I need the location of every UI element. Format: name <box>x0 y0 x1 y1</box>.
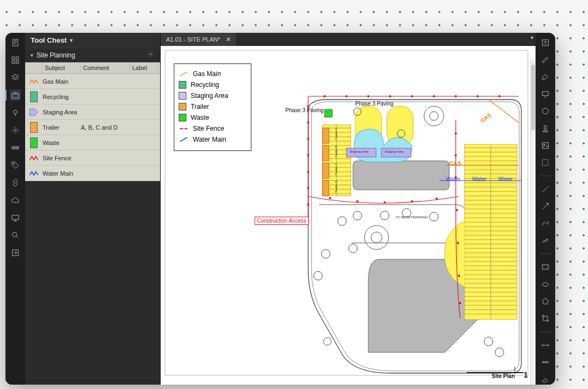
chevron-down-icon: ▾ <box>70 37 73 43</box>
pin-icon[interactable] <box>10 107 21 118</box>
col-label[interactable]: Label <box>130 62 157 73</box>
tool-swatch <box>25 154 43 162</box>
svg-rect-42 <box>322 146 329 161</box>
col-subject[interactable]: Subject <box>43 62 81 73</box>
svg-rect-43 <box>322 163 329 178</box>
legend-label: Site Fence <box>193 125 224 132</box>
pen-icon[interactable] <box>540 54 551 65</box>
svg-rect-139 <box>543 91 549 95</box>
image-icon[interactable] <box>540 140 551 150</box>
select-icon[interactable] <box>540 158 551 168</box>
briefcase-icon[interactable] <box>10 90 21 101</box>
tool-row[interactable]: TrailerA, B, C and D <box>25 120 160 135</box>
document-tab[interactable]: A1.01 - SITE PLAN* ✕ <box>161 33 237 46</box>
close-icon[interactable]: ✕ <box>226 36 231 43</box>
circle-icon[interactable] <box>540 106 551 117</box>
svg-point-109 <box>456 209 458 211</box>
panel-section-bar[interactable]: ▾ Site Planning <box>25 48 160 62</box>
tool-row[interactable]: Recycling <box>25 89 160 104</box>
legend-item: Waste <box>179 112 246 123</box>
text-box-icon[interactable] <box>540 37 551 48</box>
svg-point-146 <box>543 362 544 363</box>
panel-title-bar[interactable]: Tool Chest ▾ <box>25 33 160 48</box>
svg-point-106 <box>455 132 457 135</box>
count-icon[interactable] <box>540 357 551 367</box>
monitor-icon[interactable] <box>10 212 21 223</box>
tool-row[interactable]: Gas Main <box>25 74 160 89</box>
gear-icon[interactable] <box>147 50 155 60</box>
highlighter-icon[interactable] <box>540 72 551 82</box>
link-icon[interactable] <box>10 177 21 188</box>
legend-swatch <box>179 136 189 143</box>
export-icon[interactable] <box>10 247 21 258</box>
layers-icon[interactable] <box>10 72 21 83</box>
site-plan-canvas[interactable]: Gas MainRecyclingStaging AreaTrailerWast… <box>161 46 536 385</box>
tool-row[interactable]: Staging Area <box>25 104 160 120</box>
legend-swatch <box>179 125 189 132</box>
label-water2: Water <box>472 176 486 182</box>
scroll-thumb[interactable] <box>531 65 535 130</box>
svg-rect-4 <box>16 61 19 63</box>
dimension-icon[interactable] <box>540 340 551 350</box>
monitor-small-icon[interactable] <box>540 89 551 99</box>
tool-swatch <box>25 170 43 177</box>
svg-point-147 <box>545 362 546 363</box>
svg-point-7 <box>14 129 16 131</box>
legend-label: Recycling <box>191 81 219 89</box>
svg-line-133 <box>180 72 187 76</box>
rect-icon[interactable] <box>540 262 551 272</box>
svg-point-140 <box>543 108 549 114</box>
svg-point-105 <box>498 95 501 97</box>
eraser-icon[interactable] <box>540 374 551 385</box>
line-icon[interactable] <box>540 184 551 194</box>
cloud-icon[interactable] <box>10 195 21 206</box>
legend-item: Recycling <box>179 79 246 90</box>
arrow-icon[interactable] <box>540 201 551 211</box>
label-trailer-a: Trailer A <box>334 128 338 140</box>
tool-row[interactable]: Site Fence <box>25 150 160 166</box>
tool-row[interactable]: Water Main <box>25 166 160 181</box>
svg-point-98 <box>345 95 348 97</box>
label-road: TO BE DETERMINED <box>396 216 428 219</box>
legend-item: Staging Area <box>179 90 246 101</box>
legend-item: Trailer <box>179 101 246 112</box>
document-icon[interactable] <box>10 37 21 48</box>
crop-icon[interactable] <box>540 313 551 324</box>
panel-title: Tool Chest <box>31 36 67 44</box>
tool-subject: Staging Area <box>43 109 81 115</box>
svg-rect-0 <box>13 39 17 46</box>
ellipse-icon[interactable] <box>540 279 551 289</box>
legend-label: Water Main <box>193 136 226 143</box>
ruler-icon[interactable] <box>10 142 21 153</box>
svg-point-9 <box>13 163 14 164</box>
svg-rect-1 <box>12 57 15 60</box>
svg-point-99 <box>367 95 369 97</box>
polyline-icon[interactable] <box>540 235 551 246</box>
stamp-icon[interactable] <box>540 123 551 133</box>
polygon-icon[interactable] <box>540 296 551 306</box>
tool-subject: Water Main <box>43 170 81 177</box>
search-icon[interactable] <box>10 230 21 241</box>
svg-point-6 <box>14 110 17 114</box>
legend-swatch <box>179 114 186 121</box>
tool-swatch <box>25 108 43 117</box>
svg-rect-41 <box>322 128 329 143</box>
tab-overflow-button[interactable]: ▾ <box>531 34 533 40</box>
col-comment[interactable]: Comment <box>81 62 130 73</box>
tab-title: A1.01 - SITE PLAN* <box>166 36 220 43</box>
gear-icon[interactable] <box>10 125 21 136</box>
legend-swatch <box>179 92 186 100</box>
tool-row[interactable]: Waste <box>25 135 160 150</box>
grid-icon[interactable] <box>10 55 21 66</box>
legend-label: Waste <box>191 114 209 121</box>
vertical-scrollbar[interactable] <box>530 59 536 385</box>
legend-label: Staging Area <box>191 92 228 100</box>
svg-point-104 <box>477 95 479 97</box>
svg-point-95 <box>307 204 309 206</box>
tag-icon[interactable] <box>10 160 21 171</box>
label-construction-access: Construction Access <box>255 217 309 225</box>
svg-point-101 <box>411 95 413 97</box>
label-trailer-b: Trailer B <box>334 146 338 158</box>
svg-point-90 <box>307 121 309 124</box>
curve-icon[interactable] <box>540 218 551 229</box>
